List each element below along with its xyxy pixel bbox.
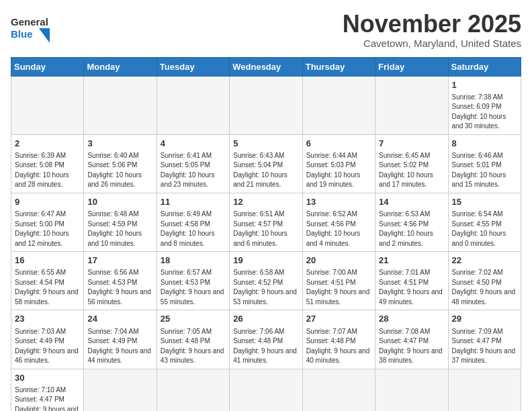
svg-text:General: General: [11, 16, 48, 28]
day-info: Sunrise: 6:44 AM Sunset: 5:03 PM Dayligh…: [306, 151, 371, 190]
calendar-cell: 26Sunrise: 7:06 AM Sunset: 4:48 PM Dayli…: [230, 310, 302, 369]
calendar-cell: [375, 76, 448, 134]
svg-text:Blue: Blue: [11, 28, 33, 40]
calendar-cell: 9Sunrise: 6:47 AM Sunset: 5:00 PM Daylig…: [11, 193, 84, 251]
day-number: 2: [15, 138, 80, 150]
calendar-cell: [230, 76, 302, 134]
day-info: Sunrise: 7:03 AM Sunset: 4:49 PM Dayligh…: [15, 327, 80, 366]
day-info: Sunrise: 6:40 AM Sunset: 5:06 PM Dayligh…: [87, 151, 152, 190]
day-number: 25: [161, 313, 226, 325]
calendar-cell: [157, 76, 229, 134]
day-number: 27: [306, 313, 371, 325]
day-info: Sunrise: 7:10 AM Sunset: 4:47 PM Dayligh…: [15, 385, 80, 411]
day-info: Sunrise: 6:56 AM Sunset: 4:53 PM Dayligh…: [87, 268, 152, 307]
day-number: 17: [87, 255, 152, 267]
day-number: 21: [379, 255, 444, 267]
day-info: Sunrise: 6:43 AM Sunset: 5:04 PM Dayligh…: [233, 151, 298, 190]
calendar-cell: 11Sunrise: 6:49 AM Sunset: 4:58 PM Dayli…: [157, 193, 229, 251]
weekday-header-monday: Monday: [84, 57, 157, 76]
calendar-cell: [11, 76, 84, 134]
page-header: General Blue November 2025 Cavetown, Mar…: [11, 11, 521, 49]
day-info: Sunrise: 7:00 AM Sunset: 4:51 PM Dayligh…: [306, 268, 371, 307]
day-info: Sunrise: 7:01 AM Sunset: 4:51 PM Dayligh…: [379, 268, 444, 307]
day-info: Sunrise: 7:08 AM Sunset: 4:47 PM Dayligh…: [379, 327, 444, 366]
day-number: 15: [452, 196, 517, 208]
day-number: 8: [452, 138, 517, 150]
calendar-cell: 4Sunrise: 6:41 AM Sunset: 5:05 PM Daylig…: [157, 134, 229, 193]
calendar-cell: [448, 369, 521, 411]
calendar-week-row: 30Sunrise: 7:10 AM Sunset: 4:47 PM Dayli…: [11, 369, 521, 411]
day-number: 7: [379, 138, 444, 150]
day-number: 3: [87, 138, 152, 150]
day-info: Sunrise: 6:54 AM Sunset: 4:55 PM Dayligh…: [452, 210, 517, 248]
calendar-week-row: 23Sunrise: 7:03 AM Sunset: 4:49 PM Dayli…: [11, 310, 521, 369]
day-number: 10: [87, 196, 152, 208]
calendar-cell: 15Sunrise: 6:54 AM Sunset: 4:55 PM Dayli…: [448, 193, 521, 251]
calendar-cell: 18Sunrise: 6:57 AM Sunset: 4:53 PM Dayli…: [157, 252, 229, 310]
calendar-cell: 6Sunrise: 6:44 AM Sunset: 5:03 PM Daylig…: [302, 134, 375, 193]
calendar-cell: 12Sunrise: 6:51 AM Sunset: 4:57 PM Dayli…: [230, 193, 302, 251]
month-title: November 2025: [343, 11, 521, 38]
day-number: 1: [452, 79, 517, 91]
calendar-week-row: 1Sunrise: 7:38 AM Sunset: 6:09 PM Daylig…: [11, 76, 521, 134]
day-number: 13: [306, 196, 371, 208]
logo-icon: General Blue: [11, 11, 51, 46]
day-number: 20: [306, 255, 371, 267]
calendar-cell: 29Sunrise: 7:09 AM Sunset: 4:47 PM Dayli…: [448, 310, 521, 369]
title-area: November 2025 Cavetown, Maryland, United…: [343, 11, 521, 49]
calendar-cell: 2Sunrise: 6:39 AM Sunset: 5:08 PM Daylig…: [11, 134, 84, 193]
day-info: Sunrise: 7:04 AM Sunset: 4:49 PM Dayligh…: [87, 327, 152, 366]
calendar-cell: 30Sunrise: 7:10 AM Sunset: 4:47 PM Dayli…: [11, 369, 84, 411]
calendar-cell: 13Sunrise: 6:52 AM Sunset: 4:56 PM Dayli…: [302, 193, 375, 251]
day-info: Sunrise: 7:38 AM Sunset: 6:09 PM Dayligh…: [452, 93, 517, 132]
day-number: 16: [15, 255, 80, 267]
day-number: 19: [233, 255, 298, 267]
day-info: Sunrise: 6:57 AM Sunset: 4:53 PM Dayligh…: [161, 268, 226, 307]
calendar-week-row: 16Sunrise: 6:55 AM Sunset: 4:54 PM Dayli…: [11, 252, 521, 310]
calendar-cell: 14Sunrise: 6:53 AM Sunset: 4:56 PM Dayli…: [375, 193, 448, 251]
weekday-header-wednesday: Wednesday: [230, 57, 302, 76]
day-info: Sunrise: 7:06 AM Sunset: 4:48 PM Dayligh…: [233, 327, 298, 366]
calendar-cell: 17Sunrise: 6:56 AM Sunset: 4:53 PM Dayli…: [84, 252, 157, 310]
day-number: 12: [233, 196, 298, 208]
day-number: 18: [161, 255, 226, 267]
day-number: 9: [15, 196, 80, 208]
day-info: Sunrise: 7:05 AM Sunset: 4:48 PM Dayligh…: [161, 327, 226, 366]
day-info: Sunrise: 6:39 AM Sunset: 5:08 PM Dayligh…: [15, 151, 80, 190]
day-number: 6: [306, 138, 371, 150]
day-info: Sunrise: 6:41 AM Sunset: 5:05 PM Dayligh…: [161, 151, 226, 190]
weekday-header-friday: Friday: [375, 57, 448, 76]
calendar-cell: [302, 76, 375, 134]
calendar-table: SundayMondayTuesdayWednesdayThursdayFrid…: [11, 57, 521, 411]
calendar-cell: [84, 76, 157, 134]
calendar-cell: 28Sunrise: 7:08 AM Sunset: 4:47 PM Dayli…: [375, 310, 448, 369]
svg-marker-2: [39, 28, 50, 43]
day-info: Sunrise: 6:53 AM Sunset: 4:56 PM Dayligh…: [379, 210, 444, 248]
calendar-cell: 19Sunrise: 6:58 AM Sunset: 4:52 PM Dayli…: [230, 252, 302, 310]
logo: General Blue: [11, 11, 51, 46]
calendar-cell: [302, 369, 375, 411]
day-info: Sunrise: 7:02 AM Sunset: 4:50 PM Dayligh…: [452, 268, 517, 307]
calendar-week-row: 9Sunrise: 6:47 AM Sunset: 5:00 PM Daylig…: [11, 193, 521, 251]
weekday-header-sunday: Sunday: [11, 57, 84, 76]
day-info: Sunrise: 7:07 AM Sunset: 4:48 PM Dayligh…: [306, 327, 371, 366]
day-number: 26: [233, 313, 298, 325]
calendar-cell: 8Sunrise: 6:46 AM Sunset: 5:01 PM Daylig…: [448, 134, 521, 193]
calendar-cell: 16Sunrise: 6:55 AM Sunset: 4:54 PM Dayli…: [11, 252, 84, 310]
calendar-cell: 1Sunrise: 7:38 AM Sunset: 6:09 PM Daylig…: [448, 76, 521, 134]
calendar-cell: 25Sunrise: 7:05 AM Sunset: 4:48 PM Dayli…: [157, 310, 229, 369]
calendar-week-row: 2Sunrise: 6:39 AM Sunset: 5:08 PM Daylig…: [11, 134, 521, 193]
calendar-cell: [157, 369, 229, 411]
day-number: 14: [379, 196, 444, 208]
calendar-cell: 24Sunrise: 7:04 AM Sunset: 4:49 PM Dayli…: [84, 310, 157, 369]
calendar-cell: 20Sunrise: 7:00 AM Sunset: 4:51 PM Dayli…: [302, 252, 375, 310]
calendar-cell: 27Sunrise: 7:07 AM Sunset: 4:48 PM Dayli…: [302, 310, 375, 369]
day-number: 22: [452, 255, 517, 267]
day-number: 30: [15, 372, 80, 384]
day-number: 4: [161, 138, 226, 150]
day-number: 23: [15, 313, 80, 325]
day-info: Sunrise: 6:51 AM Sunset: 4:57 PM Dayligh…: [233, 210, 298, 248]
calendar-cell: 23Sunrise: 7:03 AM Sunset: 4:49 PM Dayli…: [11, 310, 84, 369]
day-number: 5: [233, 138, 298, 150]
calendar-cell: [84, 369, 157, 411]
